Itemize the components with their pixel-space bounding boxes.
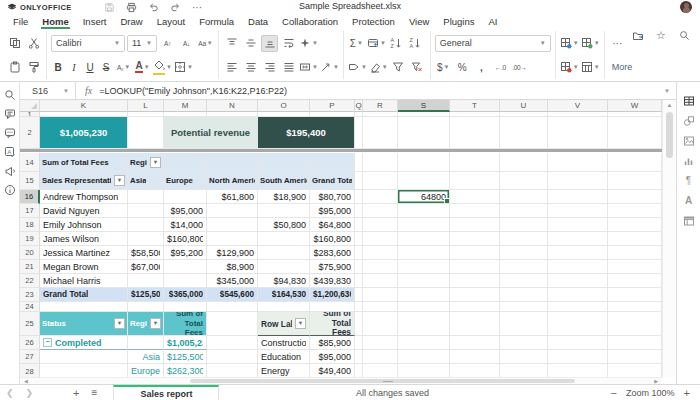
cell-M22[interactable]: [164, 274, 207, 288]
cell-W28[interactable]: [608, 364, 662, 378]
cell-U25[interactable]: [500, 312, 548, 336]
align-right-icon[interactable]: [261, 59, 278, 76]
cell-W24[interactable]: [608, 302, 662, 312]
orientation-icon[interactable]: ▼: [320, 59, 339, 76]
filter-dropdown-icon[interactable]: ▼: [150, 157, 161, 168]
cell-O14[interactable]: [258, 153, 310, 172]
delete-cells-icon[interactable]: ▼: [560, 59, 579, 76]
cell-V25[interactable]: [548, 312, 608, 336]
menu-tab-plugins[interactable]: Plugins: [436, 14, 481, 29]
column-header-W[interactable]: W: [608, 100, 662, 112]
cell-S17[interactable]: [398, 204, 450, 218]
cell-V28[interactable]: [548, 364, 608, 378]
cell-L23[interactable]: $125,500: [128, 288, 164, 302]
cell-M18[interactable]: $14,000: [164, 218, 207, 232]
sheet-nav-next-button[interactable]: ❯: [20, 388, 40, 398]
currency-style-icon[interactable]: $▼: [435, 59, 452, 76]
cell-V26[interactable]: [548, 336, 608, 350]
row-header-25[interactable]: 25: [20, 312, 40, 336]
sheet-tab-sales-report[interactable]: Sales report: [113, 385, 219, 400]
cell-L16[interactable]: [128, 190, 164, 204]
menu-tab-home[interactable]: Home: [35, 14, 75, 29]
cell-N20[interactable]: $129,900: [207, 246, 258, 260]
cell-O16[interactable]: $18,900: [258, 190, 310, 204]
banner-total-fees[interactable]: $1,005,230: [40, 117, 128, 149]
cell-N15[interactable]: North America: [207, 172, 258, 190]
cell-O19[interactable]: [258, 232, 310, 246]
cell-Q16[interactable]: [355, 190, 363, 204]
cell-U28[interactable]: [500, 364, 548, 378]
cell-T23[interactable]: [450, 288, 500, 302]
cell-T24[interactable]: [450, 302, 500, 312]
cell-O17[interactable]: [258, 204, 310, 218]
sort-ascending-icon[interactable]: AZ: [388, 35, 405, 52]
cell-L17[interactable]: [128, 204, 164, 218]
row-header-27[interactable]: 27: [20, 350, 40, 364]
cell-S2[interactable]: [398, 117, 450, 149]
cell-O21[interactable]: [258, 260, 310, 274]
cell-U22[interactable]: [500, 274, 548, 288]
clear-icon[interactable]: ▼: [348, 59, 367, 76]
cell-S18[interactable]: [398, 218, 450, 232]
cell-S16[interactable]: 64800: [398, 190, 450, 204]
cell-K23[interactable]: Grand Total: [40, 288, 128, 302]
cell-O23[interactable]: $164,530: [258, 288, 310, 302]
shape-settings-icon[interactable]: [682, 114, 695, 127]
cell-R15[interactable]: [363, 172, 398, 190]
about-icon[interactable]: [3, 183, 16, 196]
cell-P17[interactable]: $95,000: [310, 204, 355, 218]
cut-icon[interactable]: [25, 35, 42, 52]
cell-S21[interactable]: [398, 260, 450, 274]
percent-style-icon[interactable]: %: [454, 59, 471, 76]
cell-O27[interactable]: Education: [258, 350, 310, 364]
cell-P24[interactable]: [310, 302, 355, 312]
cell-R19[interactable]: [363, 232, 398, 246]
cell-S20[interactable]: [398, 246, 450, 260]
row-header-26[interactable]: 26: [20, 336, 40, 350]
cell-style-icon[interactable]: ▼: [581, 35, 600, 52]
cell-S25[interactable]: [398, 312, 450, 336]
cell-O24[interactable]: [258, 302, 310, 312]
row-header-14[interactable]: 14: [20, 153, 40, 172]
cell-V15[interactable]: [548, 172, 608, 190]
cell-Q15[interactable]: [355, 172, 363, 190]
cell-Q18[interactable]: [355, 218, 363, 232]
cell-K16[interactable]: Andrew Thompson: [40, 190, 128, 204]
align-middle-icon[interactable]: [242, 35, 259, 52]
column-header-Q[interactable]: Q: [355, 100, 363, 112]
cell-U21[interactable]: [500, 260, 548, 274]
cell-S28[interactable]: [398, 364, 450, 378]
cell-N25[interactable]: [207, 312, 258, 336]
column-header-P[interactable]: P: [310, 100, 355, 112]
justify-icon[interactable]: [280, 59, 297, 76]
cell-M15[interactable]: Europe: [164, 172, 207, 190]
horizontal-scrollbar[interactable]: ◀ ▶: [20, 377, 662, 384]
cell-N19[interactable]: [207, 232, 258, 246]
row-header-15[interactable]: 15: [20, 172, 40, 190]
cell-Q22[interactable]: [355, 274, 363, 288]
merge-cells-icon[interactable]: ▼: [299, 59, 318, 76]
cell-M27[interactable]: $125,500: [164, 350, 207, 364]
autosum-icon[interactable]: Σ▼: [348, 35, 365, 52]
cell-L28[interactable]: Europe: [128, 364, 164, 378]
cell-V22[interactable]: [548, 274, 608, 288]
row-header-16[interactable]: 16: [20, 190, 40, 204]
column-header-R[interactable]: R: [363, 100, 398, 112]
row-header-20[interactable]: 20: [20, 246, 40, 260]
row-header-21[interactable]: 21: [20, 260, 40, 274]
insert-cells-icon[interactable]: ▼: [560, 35, 579, 52]
cell-W14[interactable]: [608, 153, 662, 172]
cell-T20[interactable]: [450, 246, 500, 260]
cell-N22[interactable]: $345,000: [207, 274, 258, 288]
cell-K14[interactable]: Sum of Total Fees: [40, 153, 128, 172]
cell-U15[interactable]: [500, 172, 548, 190]
cell-U19[interactable]: [500, 232, 548, 246]
search-icon[interactable]: [3, 88, 16, 101]
cell-S19[interactable]: [398, 232, 450, 246]
cell-V27[interactable]: [548, 350, 608, 364]
cell-V24[interactable]: [548, 302, 608, 312]
filter-dropdown-icon[interactable]: ▼: [114, 318, 125, 329]
cell-P28[interactable]: $49,400: [310, 364, 355, 378]
cell-R26[interactable]: [363, 336, 398, 350]
cell-Q14[interactable]: [355, 153, 363, 172]
